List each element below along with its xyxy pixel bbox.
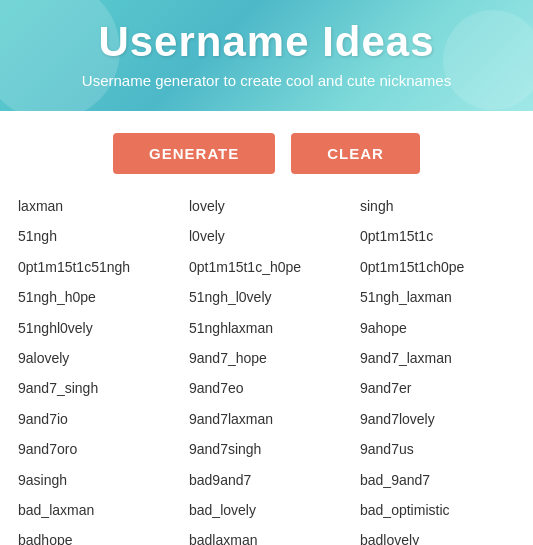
list-item: badlaxman [181, 526, 352, 545]
generate-button[interactable]: GENERATE [113, 133, 275, 174]
list-item: 9ahope [352, 314, 523, 342]
list-item: 9and7oro [10, 435, 181, 463]
list-item: 51ngh [10, 222, 181, 250]
list-item: 9and7_laxman [352, 344, 523, 372]
list-item: 9and7er [352, 374, 523, 402]
list-item: 0pt1m15t1ch0pe [352, 253, 523, 281]
list-item: bad_lovely [181, 496, 352, 524]
page-subtitle: Username generator to create cool and cu… [20, 72, 513, 89]
list-item: 0pt1m15t1c [352, 222, 523, 250]
list-item: 51nghl0vely [10, 314, 181, 342]
list-item: bad_laxman [10, 496, 181, 524]
names-section: laxmanlovelysingh51nghl0vely0pt1m15t1c0p… [0, 192, 533, 545]
list-item: 9and7_singh [10, 374, 181, 402]
list-item: 9and7singh [181, 435, 352, 463]
list-item: laxman [10, 192, 181, 220]
buttons-row: GENERATE CLEAR [0, 111, 533, 192]
list-item: 9and7io [10, 405, 181, 433]
list-item: lovely [181, 192, 352, 220]
list-item: 0pt1m15t1c_h0pe [181, 253, 352, 281]
header-section: Username Ideas Username generator to cre… [0, 0, 533, 111]
list-item: 9asingh [10, 466, 181, 494]
list-item: 9and7laxman [181, 405, 352, 433]
page-title: Username Ideas [20, 18, 513, 66]
clear-button[interactable]: CLEAR [291, 133, 420, 174]
list-item: 0pt1m15t1c51ngh [10, 253, 181, 281]
list-item: 9and7us [352, 435, 523, 463]
list-item: bad9and7 [181, 466, 352, 494]
list-item: bad_optimistic [352, 496, 523, 524]
list-item: 51ngh_h0pe [10, 283, 181, 311]
list-item: l0vely [181, 222, 352, 250]
list-item: singh [352, 192, 523, 220]
list-item: badhope [10, 526, 181, 545]
list-item: 9alovely [10, 344, 181, 372]
list-item: 9and7_hope [181, 344, 352, 372]
list-item: badlovely [352, 526, 523, 545]
list-item: 9and7lovely [352, 405, 523, 433]
list-item: 9and7eo [181, 374, 352, 402]
list-item: 51ngh_l0vely [181, 283, 352, 311]
names-grid: laxmanlovelysingh51nghl0vely0pt1m15t1c0p… [10, 192, 523, 545]
list-item: bad_9and7 [352, 466, 523, 494]
list-item: 51ngh_laxman [352, 283, 523, 311]
list-item: 51nghlaxman [181, 314, 352, 342]
